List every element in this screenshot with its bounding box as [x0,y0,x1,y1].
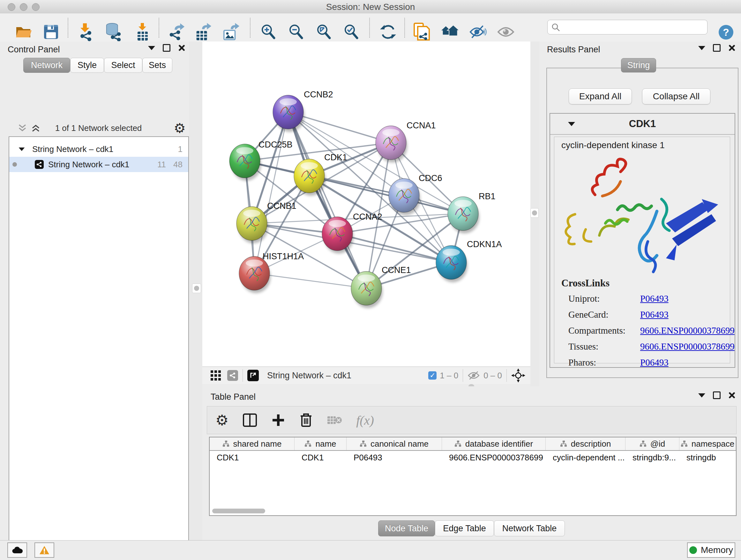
duplicate-network-icon[interactable] [413,23,431,41]
close-panel-icon[interactable] [728,44,735,51]
table-cell[interactable]: P06493 [347,453,442,462]
tab-string[interactable]: String [621,58,656,72]
network-row[interactable]: String Network – cdk1 11 48 [9,157,188,172]
network-node-CCNA2[interactable] [322,217,354,253]
export-network-icon[interactable] [167,23,185,41]
show-columns-icon[interactable] [243,413,257,427]
zoom-selected-icon[interactable] [342,23,360,41]
column-header-namespace[interactable]: namespace [679,437,736,450]
zoom-out-icon[interactable] [287,23,305,41]
create-column-icon[interactable] [271,413,285,427]
crosslinks-list: Uniprot:P06493GeneCard:P06493Compartment… [561,294,735,368]
crosslink-link[interactable]: P06493 [640,309,669,320]
main-toolbar: ? [0,13,741,42]
search-input[interactable] [563,21,704,33]
tab-node-table[interactable]: Node Table [378,520,435,537]
panel-menu-icon[interactable] [148,46,155,50]
column-header-description[interactable]: description [546,437,625,450]
network-selection-status: 1 of 1 Network selected [9,123,188,133]
open-in-window-icon[interactable] [247,370,259,381]
network-node-CDKN1A[interactable] [436,246,468,282]
float-panel-icon[interactable] [163,44,171,52]
export-image-icon[interactable] [222,23,240,41]
show-all-icon[interactable] [497,23,515,41]
delete-column-icon[interactable] [299,413,313,428]
status-bar: Memory [0,540,741,560]
network-options-gear-icon[interactable] [174,120,186,136]
selected-checkbox-icon[interactable] [428,371,436,380]
tab-sets[interactable]: Sets [142,58,172,73]
first-neighbors-icon[interactable] [441,23,459,41]
protein-card-header[interactable]: CDK1 [550,114,735,135]
table-cell[interactable]: CDK1 [210,453,294,462]
refresh-layout-icon[interactable] [379,23,397,41]
protein-description: cyclin-dependent kinase 1 [554,137,730,150]
right-splitter[interactable] [530,42,540,386]
crosslink-link[interactable]: P06493 [640,357,669,368]
hide-selected-icon[interactable] [469,23,487,41]
column-header-canonical-name[interactable]: canonical name [347,437,442,450]
zoom-fit-icon[interactable] [315,23,333,41]
horizontal-scrollbar[interactable] [212,509,265,513]
column-header-shared-name[interactable]: shared name [210,437,294,450]
network-node-CCNA1[interactable] [376,126,407,163]
control-panel: Control Panel Network Style Select Sets … [0,42,189,540]
expand-all-button[interactable]: Expand All [569,88,632,105]
save-session-icon[interactable] [42,23,60,41]
collapse-all-button[interactable]: Collapse All [642,88,711,105]
table-cell[interactable]: cyclin-dependent ... [546,453,625,462]
export-table-icon[interactable] [194,23,212,41]
memory-button[interactable]: Memory [687,543,735,558]
network-node-CCNE1[interactable] [351,271,383,308]
import-network-file-icon[interactable] [77,23,94,41]
close-panel-icon[interactable] [178,44,185,51]
network-node-RB1[interactable] [448,197,479,233]
network-canvas[interactable]: CCNB2CCNA1CDC25BCDK1CDC6RB1CCNB1CCNA2CDK… [202,42,530,367]
warnings-button[interactable] [35,543,54,558]
panel-menu-icon[interactable] [698,46,705,50]
float-panel-icon[interactable] [713,391,721,399]
open-session-icon[interactable] [15,23,32,41]
table-cell[interactable]: CDK1 [294,453,347,462]
zoom-in-icon[interactable] [259,23,277,41]
network-collection-row[interactable]: String Network – cdk1 1 [9,141,188,157]
crosslink-link[interactable]: P06493 [640,294,669,304]
table-options-gear-icon[interactable] [215,412,228,429]
column-header--id[interactable]: @id [625,437,679,450]
network-node-CCNB1[interactable] [237,206,268,243]
cloud-tasks-button[interactable] [7,543,27,558]
tab-style[interactable]: Style [70,58,104,73]
collection-expander-icon[interactable] [19,147,25,151]
network-node-CDK1[interactable] [294,159,326,196]
network-node-CCNB2[interactable] [273,95,305,132]
node-count: 11 [157,160,166,170]
node-label: CDK1 [324,152,347,162]
tab-network[interactable]: Network [23,58,70,73]
table-cell[interactable]: stringdb [679,453,736,462]
network-badge-icon[interactable] [227,370,238,381]
left-splitter[interactable] [189,42,202,540]
column-header-name[interactable]: name [294,437,347,450]
search-box[interactable] [547,20,708,35]
table-row[interactable]: CDK1CDK1P064939606.ENSP00000378699cyclin… [210,451,736,464]
node-table: shared namenamecanonical namedatabase id… [209,437,737,516]
tab-edge-table[interactable]: Edge Table [435,520,494,537]
import-table-file-icon[interactable] [133,23,151,41]
crosslink-link[interactable]: 9606.ENSP00000378699 [640,341,735,352]
card-expander-icon[interactable] [568,122,575,126]
grid-view-icon[interactable] [210,370,221,381]
table-cell[interactable]: stringdb:9... [625,453,679,462]
birds-eye-view-icon[interactable] [511,368,525,382]
network-node-HIST1H1A[interactable] [239,256,271,293]
crosslink-link[interactable]: 9606.ENSP00000378699 [640,325,735,336]
panel-menu-icon[interactable] [698,393,705,397]
close-panel-icon[interactable] [728,392,735,399]
table-cell[interactable]: 9606.ENSP00000378699 [442,453,546,462]
help-button[interactable]: ? [719,25,733,40]
network-node-CDC25B[interactable] [229,144,261,181]
float-panel-icon[interactable] [713,44,721,52]
import-network-database-icon[interactable] [105,23,123,41]
tab-select[interactable]: Select [104,58,142,73]
column-header-database-identifier[interactable]: database identifier [442,437,546,450]
tab-network-table[interactable]: Network Table [494,520,565,537]
